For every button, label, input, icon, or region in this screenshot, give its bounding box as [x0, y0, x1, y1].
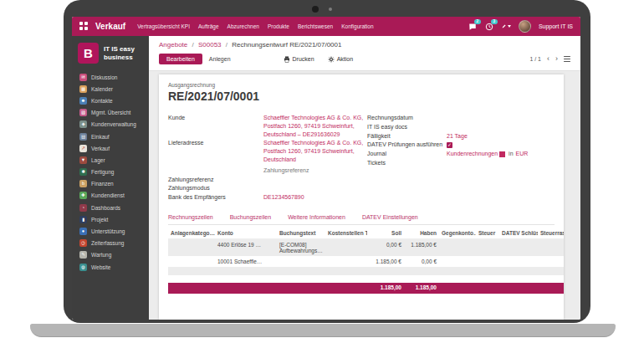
sidebar-item-label: Kundendienst — [91, 192, 125, 198]
tickets-field[interactable] — [447, 159, 555, 167]
sidebar-item-website[interactable]: ◍Website — [72, 261, 149, 273]
apps-grid-icon[interactable] — [79, 22, 89, 31]
action-button[interactable]: Aktion — [328, 56, 353, 63]
messages-icon[interactable]: 2 — [468, 22, 478, 31]
sidebar-item-kalender[interactable]: ▦Kalender — [72, 83, 149, 95]
cell-buchungstext — [277, 256, 325, 267]
cell-soll: 1.185,00 € — [367, 256, 404, 267]
recipient-bank-link[interactable]: DE1234567890 — [263, 194, 304, 200]
menu-item-abzurechnen[interactable]: Abzurechnen — [227, 23, 259, 29]
sidebar-item-diskussion[interactable]: ✉Diskussion — [72, 71, 149, 83]
datev-checkbox[interactable]: ✓ — [447, 142, 452, 148]
edit-button[interactable]: Bearbeiten — [159, 54, 202, 64]
table-cell — [538, 283, 564, 294]
pager: 1 / 1 ‹ › — [529, 55, 570, 63]
col-konto[interactable]: Konto — [215, 228, 277, 239]
sidebar-item-fertigung[interactable]: ✱Fertigung — [72, 166, 149, 178]
create-button[interactable]: Anlegen — [202, 54, 238, 64]
sidebar-item-lager[interactable]: ▼Lager — [72, 154, 149, 166]
caret-down-icon — [508, 25, 511, 28]
invoice-date-field[interactable] — [447, 114, 555, 122]
sidebar-item-kundenverwaltung[interactable]: ◈Kundenverwaltung — [72, 119, 149, 131]
cell-haben: 0,00 € — [404, 256, 439, 267]
sidebar-item-dashboards[interactable]: ◔Dashboards — [72, 202, 149, 213]
sidebar-item-finanzen[interactable]: bFinanzen — [72, 178, 149, 190]
tab-datev-einstellungen[interactable]: DATEV Einstellungen — [362, 214, 418, 220]
breadcrumb-separator: / — [192, 41, 194, 49]
messages-badge: 2 — [474, 19, 481, 24]
customer-link[interactable]: Schaeffler Technologies AG & Co. KG, Pos… — [263, 115, 363, 137]
fields-right: Rechnungsdatum IT IS easy docs Fälligkei… — [367, 114, 555, 202]
debug-icon[interactable] — [502, 22, 511, 31]
control-bar: Angebote / S00053 / Rechnungsentwurf RE/… — [149, 36, 580, 71]
content-area: Ausgangsrechnung RE/2021/07/0001 Kunde S… — [149, 71, 580, 320]
view-switcher-icon[interactable] — [564, 56, 570, 63]
col-kostenstellen[interactable]: Kostenstellen T… — [325, 228, 367, 239]
journal-link[interactable]: Kundenrechnungen — [447, 151, 498, 156]
payment-reference-label: Zahlungsreferenz — [168, 176, 263, 184]
col-anlagenkategorie[interactable]: Anlagenkatego… — [168, 228, 215, 239]
sidebar-item-unterstuetzung[interactable]: ●Unterstützung — [72, 225, 149, 237]
sidebar-item-label: Kontakte — [91, 98, 113, 104]
sidebar-item-einkauf[interactable]: ▤Einkauf — [72, 131, 149, 142]
pager-next-button[interactable]: › — [555, 55, 558, 63]
journal-internal-link-icon[interactable] — [499, 151, 505, 157]
col-buchungstext[interactable]: Buchungstext — [277, 228, 325, 239]
journal-currency-link[interactable]: EUR — [516, 151, 529, 156]
menu-item-berichtswesen[interactable]: Berichtswesen — [298, 23, 333, 29]
payment-reference-field[interactable] — [263, 176, 364, 184]
tab-buchungszeilen[interactable]: Buchungszeilen — [230, 214, 271, 220]
sidebar-item-verkauf[interactable]: ↗Verkauf — [72, 142, 149, 154]
menu-item-produkte[interactable]: Produkte — [268, 23, 289, 29]
menu-item-vertragsuebersicht-kpi[interactable]: Vertragsübersicht KPI — [137, 23, 190, 29]
col-haben[interactable]: Haben — [404, 228, 439, 239]
breadcrumb-s00053[interactable]: S00053 — [198, 41, 222, 49]
sidebar-item-zeiterfassung[interactable]: ◷Zeiterfassung — [72, 238, 149, 249]
tab-weitere-informationen[interactable]: Weitere Informationen — [288, 214, 345, 220]
breadcrumb-separator: / — [226, 41, 227, 49]
sidebar-item-kundendienst[interactable]: ✚Kundendienst — [72, 190, 149, 202]
menu-item-auftraege[interactable]: Aufträge — [198, 23, 219, 29]
user-menu[interactable]: Support IT IS — [539, 23, 573, 29]
activities-badge: 3 — [491, 19, 498, 24]
app-logo[interactable]: B IT IS easy business — [72, 36, 149, 71]
table-cell — [168, 283, 215, 294]
app-name[interactable]: Verkauf — [95, 22, 125, 31]
col-steuer[interactable]: Steuer — [476, 228, 499, 239]
col-gegenkonto[interactable]: Gegenkonto… — [439, 228, 476, 239]
pager-prev-button[interactable]: ‹ — [547, 55, 549, 63]
col-datev-schluessel[interactable]: DATEV Schlüss… — [499, 228, 538, 239]
due-terms-link[interactable]: 21 Tage — [447, 133, 468, 139]
sidebar-item-mgmt-uebersicht[interactable]: ▨Mgmt. Übersicht — [72, 107, 149, 119]
finance-icon: b — [79, 180, 87, 187]
easy-docs-field[interactable] — [447, 123, 555, 131]
table-row[interactable]: 10001 Schaeffle… 1.185,00 € 0,00 € — [168, 256, 564, 267]
topbar-right: 2 3 Support IT IS — [468, 20, 573, 33]
payment-mode-field[interactable] — [263, 184, 364, 192]
sidebar-item-wartung[interactable]: ✎Wartung — [72, 249, 149, 261]
breadcrumb-angebote[interactable]: Angebote — [159, 41, 187, 49]
delivery-address-label: Lieferadresse — [168, 139, 263, 174]
activities-icon[interactable]: 3 — [485, 22, 494, 31]
table-cell — [538, 238, 564, 256]
avatar[interactable] — [519, 20, 531, 33]
payment-mode-label: Zahlungsmodus — [168, 184, 263, 192]
sidebar-item-projekt[interactable]: ▮Projekt — [72, 213, 149, 225]
table-cell — [499, 283, 538, 294]
col-steuerraster[interactable]: Steuerraster — [538, 228, 564, 239]
table-header-row: Anlagenkatego… Konto Buchungstext Kosten… — [168, 228, 564, 239]
top-menu: Vertragsübersicht KPI Aufträge Abzurechn… — [137, 23, 373, 29]
cell-konto: 4400 Erlöse 19 … — [215, 238, 277, 256]
tab-rechnungszeilen[interactable]: Rechnungszeilen — [168, 214, 213, 220]
sidebar-item-label: Dashboards — [91, 205, 120, 211]
delivery-address-link[interactable]: Schaeffler Technologies AG & Co. KG, Pos… — [263, 140, 363, 162]
main-area: Angebote / S00053 / Rechnungsentwurf RE/… — [149, 36, 580, 320]
col-soll[interactable]: Soll — [367, 228, 404, 239]
print-button[interactable]: Drucken — [284, 56, 314, 63]
menu-item-konfiguration[interactable]: Konfiguration — [341, 23, 373, 29]
table-cell — [499, 238, 538, 256]
table-row[interactable]: 4400 Erlöse 19 … [E-COM08] Aufbewahrungs… — [168, 238, 564, 256]
sales-icon: ↗ — [79, 145, 87, 152]
sidebar-item-kontakte[interactable]: ☻Kontakte — [72, 95, 149, 106]
table-cell — [499, 256, 538, 267]
